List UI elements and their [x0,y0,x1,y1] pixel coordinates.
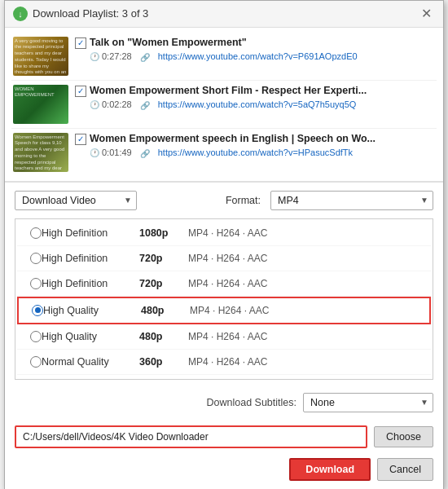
quality-row[interactable]: Normal Quality 360p MP4 · H264 · AAC [17,375,431,380]
quality-res: 480p [141,305,190,316]
quality-res: 360p [139,356,188,368]
video-meta: 0:27:28 https://www.youtube.com/watch?v=… [90,51,435,63]
video-url[interactable]: https://www.youtube.com/watch?v=5aQ7h5uy… [158,99,357,109]
video-list: A very good moving to the respected prin… [5,28,443,182]
video-title-row: Talk on "Women Empowerment" [75,37,435,49]
quality-row[interactable]: High Definition 1080p MP4 · H264 · AAC [17,221,431,246]
video-item: Women Empowerment Speech for class 9,10 … [11,129,437,176]
quality-codecs: MP4 · H264 · AAC [188,331,424,342]
choose-button[interactable]: Choose [374,426,433,447]
clock-icon [90,51,99,61]
quality-row[interactable]: High Quality 480p MP4 · H264 · AAC [17,324,431,350]
quality-codecs: MP4 · H264 · AAC [188,278,424,289]
download-button[interactable]: Download [289,458,371,481]
video-title-row: Women Empowerment speech in English | Sp… [75,133,435,145]
options-top: Download Video ▼ Format: MP4MKVWEBMMP3OG… [15,191,433,210]
video-item: A very good moving to the respected prin… [11,33,437,81]
video-checkbox[interactable] [75,86,86,97]
dialog-title: Download Playlist: 3 of 3 [33,7,148,20]
download-type-wrapper: Download Video ▼ [15,191,137,210]
clock-icon [90,148,99,157]
video-thumbnail: Women Empowerment Speech for class 9,10 … [13,133,68,172]
subtitles-wrapper: NoneEnglishSpanishFrenchGerman ▼ [303,393,433,412]
quality-radio[interactable] [32,305,43,316]
link-icon [140,99,150,111]
video-duration: 0:02:28 [90,99,132,109]
quality-row[interactable]: High Definition 720p MP4 · H264 · AAC [17,271,431,297]
quality-name: High Definition [42,253,139,264]
video-thumbnail: WOMEN EMPOWERMENT [13,85,68,124]
quality-res: 480p [139,331,188,342]
path-input[interactable] [15,425,367,448]
quality-codecs: MP4 · H264 · AAC [188,356,424,368]
format-select[interactable]: MP4MKVWEBMMP3OGGWAV [270,191,433,210]
quality-res: 720p [139,278,188,289]
thumb-text: A very good moving to the respected prin… [15,38,67,76]
quality-name: Normal Quality [42,356,139,368]
quality-row[interactable]: Normal Quality 360p MP4 · H264 · AAC [17,350,431,375]
video-url[interactable]: https://www.youtube.com/watch?v=HPasucSd… [158,148,353,157]
video-title-row: Women Empowerment Short Film - Respect H… [75,85,435,97]
link-icon [140,51,150,63]
clock-icon [90,99,99,109]
subtitles-row: Download Subtitles: NoneEnglishSpanishFr… [5,386,443,419]
video-url[interactable]: https://www.youtube.com/watch?v=P691AOpz… [158,51,358,61]
video-meta: 0:01:49 https://www.youtube.com/watch?v=… [90,147,435,159]
video-title: Women Empowerment speech in English | Sp… [90,133,376,144]
quality-codecs: MP4 · H264 · AAC [190,305,423,316]
quality-name: High Definition [42,227,139,239]
close-button[interactable]: ✕ [418,6,435,22]
video-item: WOMEN EMPOWERMENT Women Empowerment Shor… [11,81,437,129]
video-checkbox[interactable] [75,134,86,145]
title-bar-left: ↓ Download Playlist: 3 of 3 [13,7,148,21]
video-title: Women Empowerment Short Film - Respect H… [90,85,367,96]
quality-name: High Quality [43,305,141,316]
path-bar: Choose [5,419,443,455]
video-meta: 0:02:28 https://www.youtube.com/watch?v=… [90,99,435,111]
thumb-text: Women Empowerment Speech for class 9,10 … [15,134,67,172]
quality-row[interactable]: High Definition 720p MP4 · H264 · AAC [17,246,431,271]
video-thumbnail: A very good moving to the respected prin… [13,37,68,76]
quality-radio[interactable] [30,253,42,264]
quality-radio[interactable] [30,227,42,239]
download-type-select[interactable]: Download Video [15,191,137,210]
quality-list: High Definition 1080p MP4 · H264 · AAC H… [15,219,433,380]
subtitles-label: Download Subtitles: [207,397,296,408]
action-row: Download Cancel [5,455,443,489]
thumb-text: WOMEN EMPOWERMENT [15,86,67,99]
quality-radio[interactable] [30,331,42,342]
quality-codecs: MP4 · H264 · AAC [188,253,424,264]
quality-radio[interactable] [30,278,42,289]
video-duration: 0:27:28 [90,51,132,61]
quality-res: 720p [139,253,188,264]
app-icon: ↓ [13,7,28,21]
video-duration: 0:01:49 [90,148,132,157]
quality-list-container: High Definition 1080p MP4 · H264 · AAC H… [15,218,433,380]
title-bar: ↓ Download Playlist: 3 of 3 ✕ [5,1,443,28]
link-icon [140,147,150,159]
quality-name: High Quality [42,331,139,342]
quality-name: High Definition [42,278,139,289]
format-label: Format: [226,195,261,206]
video-title: Talk on "Women Empowerment" [90,37,247,48]
download-playlist-dialog: ↓ Download Playlist: 3 of 3 ✕ A very goo… [4,0,444,489]
quality-res: 1080p [139,227,188,239]
quality-codecs: MP4 · H264 · AAC [188,227,424,239]
video-info: Talk on "Women Empowerment" 0:27:28 http… [75,37,435,63]
cancel-button[interactable]: Cancel [377,458,433,481]
video-checkbox[interactable] [75,37,86,49]
quality-row[interactable]: High Quality 480p MP4 · H264 · AAC [17,297,431,324]
options-section: Download Video ▼ Format: MP4MKVWEBMMP3OG… [5,183,443,386]
video-info: Women Empowerment speech in English | Sp… [75,133,435,159]
subtitles-select[interactable]: NoneEnglishSpanishFrenchGerman [303,393,433,412]
quality-radio[interactable] [30,356,42,368]
video-info: Women Empowerment Short Film - Respect H… [75,85,435,111]
format-wrapper: MP4MKVWEBMMP3OGGWAV ▼ [270,191,433,210]
